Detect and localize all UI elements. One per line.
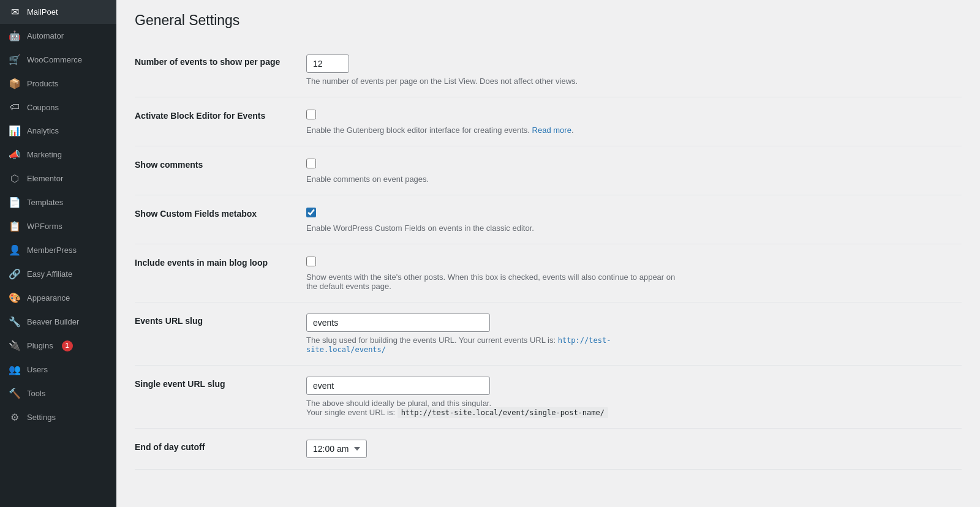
desc-events-url-slug: The slug used for building the events UR…	[306, 336, 686, 354]
templates-icon: 📄	[9, 197, 21, 208]
setting-label-events-per-page: Number of events to show per page	[135, 54, 306, 67]
sidebar-item-tools[interactable]: 🔨 Tools	[0, 381, 116, 405]
sidebar-item-marketing[interactable]: 📣 Marketing	[0, 143, 116, 167]
sidebar: ✉ MailPoet🤖 Automator🛒 WooCommerce📦 Prod…	[0, 0, 116, 507]
setting-control-custom-fields: Enable WordPress Custom Fields on events…	[306, 206, 962, 233]
sidebar-label-appearance: Appearance	[27, 293, 70, 302]
sidebar-label-settings: Settings	[27, 413, 56, 422]
setting-control-events-per-page: The number of events per page on the Lis…	[306, 54, 962, 86]
mailpoet-icon: ✉	[9, 6, 21, 18]
setting-row-custom-fields: Show Custom Fields metaboxEnable WordPre…	[135, 195, 962, 244]
sidebar-item-beaver-builder[interactable]: 🔧 Beaver Builder	[0, 310, 116, 334]
sidebar-item-appearance[interactable]: 🎨 Appearance	[0, 286, 116, 310]
woocommerce-icon: 🛒	[9, 54, 21, 66]
users-icon: 👥	[9, 364, 21, 375]
sidebar-item-templates[interactable]: 📄 Templates	[0, 190, 116, 214]
page-title: General Settings	[135, 12, 962, 29]
sidebar-item-settings[interactable]: ⚙ Settings	[0, 405, 116, 429]
sidebar-item-memberpress[interactable]: 👤 MemberPress	[0, 238, 116, 262]
sidebar-item-plugins[interactable]: 🔌 Plugins1	[0, 334, 116, 358]
main-content: General Settings Number of events to sho…	[116, 0, 980, 507]
sidebar-item-easy-affiliate[interactable]: 🔗 Easy Affiliate	[0, 262, 116, 286]
sidebar-item-woocommerce[interactable]: 🛒 WooCommerce	[0, 48, 116, 72]
desc-main-blog-loop: Show events with the site's other posts.…	[306, 272, 686, 291]
sidebar-label-plugins: Plugins	[27, 341, 53, 350]
setting-control-single-event-url-slug: The above should ideally be plural, and …	[306, 377, 962, 417]
sidebar-label-wpforms: WPForms	[27, 222, 62, 231]
settings-container: Number of events to show per pageThe num…	[135, 43, 962, 470]
tools-icon: 🔨	[9, 388, 21, 399]
beaver-builder-icon: 🔧	[9, 316, 21, 328]
setting-label-block-editor: Activate Block Editor for Events	[135, 108, 306, 121]
analytics-icon: 📊	[9, 125, 21, 137]
setting-label-end-of-day-cutoff: End of day cutoff	[135, 440, 306, 452]
setting-label-main-blog-loop: Include events in main blog loop	[135, 255, 306, 268]
setting-row-show-comments: Show commentsEnable comments on event pa…	[135, 146, 962, 195]
elementor-icon: ⬡	[9, 173, 21, 184]
sidebar-item-mailpoet[interactable]: ✉ MailPoet	[0, 0, 116, 24]
sidebar-label-marketing: Marketing	[27, 150, 62, 159]
checkbox-main-blog-loop[interactable]	[306, 257, 316, 266]
setting-control-main-blog-loop: Show events with the site's other posts.…	[306, 255, 962, 291]
input-events-url-slug[interactable]	[306, 314, 490, 332]
sidebar-label-tools: Tools	[27, 389, 45, 398]
setting-label-single-event-url-slug: Single event URL slug	[135, 377, 306, 389]
sidebar-item-analytics[interactable]: 📊 Analytics	[0, 119, 116, 143]
setting-control-events-url-slug: The slug used for building the events UR…	[306, 314, 962, 354]
sidebar-item-coupons[interactable]: 🏷 Coupons	[0, 96, 116, 119]
sidebar-label-beaver-builder: Beaver Builder	[27, 317, 79, 326]
desc-events-per-page: The number of events per page on the Lis…	[306, 77, 686, 86]
desc-block-editor: Enable the Gutenberg block editor interf…	[306, 126, 686, 135]
link-block-editor[interactable]: Read more	[532, 126, 571, 135]
plugins-icon: 🔌	[9, 340, 21, 351]
sidebar-label-easy-affiliate: Easy Affiliate	[27, 269, 72, 279]
sidebar-label-woocommerce: WooCommerce	[27, 55, 82, 64]
easy-affiliate-icon: 🔗	[9, 268, 21, 280]
input-events-per-page[interactable]	[306, 54, 349, 73]
desc-single-event-url-slug: The above should ideally be plural, and …	[306, 399, 686, 417]
input-single-event-url-slug[interactable]	[306, 377, 490, 395]
marketing-icon: 📣	[9, 149, 21, 160]
sidebar-label-memberpress: MemberPress	[27, 246, 77, 255]
sidebar-item-users[interactable]: 👥 Users	[0, 358, 116, 381]
checkbox-block-editor[interactable]	[306, 110, 316, 119]
select-end-of-day-cutoff[interactable]: 12:00 am1:00 am2:00 am6:00 am11:00 pm	[306, 440, 367, 458]
settings-icon: ⚙	[9, 411, 21, 423]
setting-row-single-event-url-slug: Single event URL slugThe above should id…	[135, 366, 962, 429]
setting-label-events-url-slug: Events URL slug	[135, 314, 306, 326]
setting-row-events-url-slug: Events URL slugThe slug used for buildin…	[135, 302, 962, 366]
url-display-single-event-url-slug: http://test-site.local/event/single-post…	[398, 407, 608, 418]
sidebar-item-automator[interactable]: 🤖 Automator	[0, 24, 116, 48]
setting-row-end-of-day-cutoff: End of day cutoff12:00 am1:00 am2:00 am6…	[135, 429, 962, 470]
coupons-icon: 🏷	[9, 102, 21, 113]
setting-row-main-blog-loop: Include events in main blog loopShow eve…	[135, 244, 962, 302]
sidebar-item-wpforms[interactable]: 📋 WPForms	[0, 214, 116, 238]
setting-label-custom-fields: Show Custom Fields metabox	[135, 206, 306, 219]
sidebar-label-automator: Automator	[27, 31, 64, 40]
memberpress-icon: 👤	[9, 244, 21, 256]
appearance-icon: 🎨	[9, 292, 21, 304]
setting-control-block-editor: Enable the Gutenberg block editor interf…	[306, 108, 962, 135]
setting-row-events-per-page: Number of events to show per pageThe num…	[135, 43, 962, 97]
sidebar-label-templates: Templates	[27, 198, 63, 207]
setting-label-show-comments: Show comments	[135, 157, 306, 170]
sidebar-label-elementor: Elementor	[27, 174, 63, 183]
badge-plugins: 1	[62, 340, 73, 351]
desc-show-comments: Enable comments on event pages.	[306, 175, 686, 184]
sidebar-label-users: Users	[27, 365, 48, 374]
setting-control-end-of-day-cutoff: 12:00 am1:00 am2:00 am6:00 am11:00 pm	[306, 440, 962, 458]
automator-icon: 🤖	[9, 30, 21, 42]
desc-custom-fields: Enable WordPress Custom Fields on events…	[306, 223, 686, 233]
setting-control-show-comments: Enable comments on event pages.	[306, 157, 962, 184]
checkbox-show-comments[interactable]	[306, 159, 316, 168]
sidebar-label-products: Products	[27, 79, 58, 88]
sidebar-item-products[interactable]: 📦 Products	[0, 72, 116, 96]
wpforms-icon: 📋	[9, 220, 21, 232]
sidebar-label-analytics: Analytics	[27, 126, 59, 135]
setting-row-block-editor: Activate Block Editor for EventsEnable t…	[135, 97, 962, 146]
products-icon: 📦	[9, 78, 21, 89]
sidebar-label-coupons: Coupons	[27, 103, 59, 112]
sidebar-item-elementor[interactable]: ⬡ Elementor	[0, 167, 116, 190]
checkbox-custom-fields[interactable]	[306, 208, 316, 217]
url-link-events-url-slug[interactable]: http://test-site.local/events/	[306, 336, 611, 354]
